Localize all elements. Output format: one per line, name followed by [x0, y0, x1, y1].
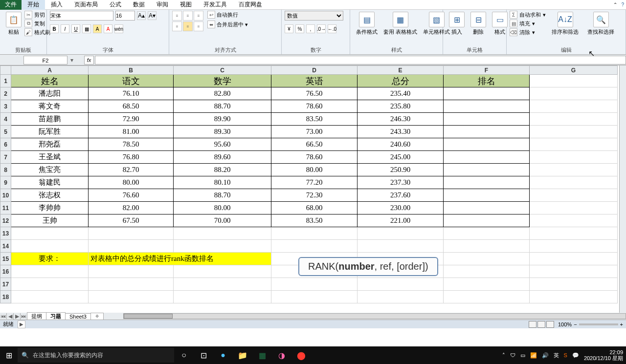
decrease-font-button[interactable]: A▾ — [148, 11, 156, 20]
inc-decimal-button[interactable]: .0→ — [317, 24, 326, 33]
ribbon-collapse-icon[interactable]: ⌃ — [611, 2, 619, 7]
app-edge-icon[interactable]: ● — [213, 346, 233, 364]
clear-button[interactable]: ⌫清除 ▾ — [510, 28, 546, 36]
fx-button[interactable]: fx — [84, 56, 94, 64]
currency-button[interactable]: ¥ — [285, 24, 293, 33]
menu-tab-review[interactable]: 审阅 — [151, 0, 174, 10]
menu-tab-pagelayout[interactable]: 页面布局 — [68, 0, 104, 10]
table-cell[interactable]: 李帅帅 — [11, 202, 89, 214]
requirement-text[interactable]: 对表格中的总分成绩进行rank函数排名 — [89, 253, 271, 265]
menu-tab-formulas[interactable]: 公式 — [104, 0, 127, 10]
paste-button[interactable]: 📋 粘贴 — [3, 11, 24, 37]
tray-volume-icon[interactable]: 🔊 — [542, 352, 549, 359]
sheet-tab-1[interactable]: 习题 — [46, 312, 66, 320]
app-explorer-icon[interactable]: 📁 — [233, 346, 252, 364]
conditional-format-button[interactable]: ▤条件格式 — [353, 11, 380, 37]
percent-button[interactable]: % — [295, 24, 304, 33]
menu-tab-home[interactable]: 开始 — [22, 0, 45, 10]
app-excel-icon[interactable]: ▦ — [252, 346, 272, 364]
table-cell[interactable]: 邢尧磊 — [11, 138, 89, 151]
sheet-nav-next[interactable]: ▶ — [14, 313, 21, 320]
dec-decimal-button[interactable]: ←.0 — [328, 24, 336, 33]
table-cell[interactable]: 潘志阳 — [11, 87, 89, 100]
fill-button[interactable]: ▤填充 ▾ — [510, 20, 546, 27]
sheet-tab-new[interactable]: ✧ — [90, 313, 104, 320]
tray-battery-icon[interactable]: ▭ — [520, 352, 525, 359]
table-cell[interactable]: 阮军胜 — [11, 126, 89, 138]
insert-cells-button[interactable]: ⊞插入 — [446, 11, 468, 37]
find-select-button[interactable]: 🔍查找和选择 — [584, 11, 617, 37]
header-cell[interactable]: 数学 — [174, 75, 271, 87]
table-cell[interactable]: 苗超鹏 — [11, 113, 89, 126]
border-button[interactable]: ▦ — [82, 24, 91, 33]
underline-button[interactable]: U — [71, 24, 80, 33]
header-cell[interactable]: 英语 — [271, 75, 358, 87]
taskbar-clock[interactable]: 22:09 2020/12/10 星期 — [584, 349, 623, 361]
menu-tab-dev[interactable]: 开发工具 — [198, 0, 233, 10]
comma-button[interactable]: , — [306, 24, 315, 33]
merge-center-button[interactable]: ⬌ 合并后居中 ▾ — [207, 21, 248, 28]
table-cell[interactable]: 焦宝亮 — [11, 164, 89, 176]
tray-wifi-icon[interactable]: 📶 — [530, 352, 537, 359]
table-cell[interactable]: 王圣斌 — [11, 151, 89, 164]
phonetic-button[interactable]: wén — [114, 24, 123, 33]
sheet-nav-last[interactable]: ⏭ — [21, 313, 27, 319]
table-cell[interactable]: 王帅 — [11, 214, 89, 227]
tray-chevron-icon[interactable]: ˄ — [502, 352, 505, 359]
tray-security-icon[interactable]: 🛡 — [510, 352, 515, 358]
cortana-icon[interactable]: ○ — [174, 346, 194, 364]
menu-tab-data[interactable]: 数据 — [127, 0, 151, 10]
view-pagebreak-button[interactable] — [546, 321, 554, 328]
macro-record-icon[interactable]: ▶ — [18, 321, 25, 328]
fill-color-button[interactable]: A — [93, 24, 102, 33]
font-color-button[interactable]: A — [104, 24, 112, 33]
italic-button[interactable]: I — [61, 24, 69, 33]
requirement-label[interactable]: 要求： — [11, 253, 89, 265]
number-format-select[interactable]: 数值 — [285, 11, 343, 21]
autosum-button[interactable]: Σ自动求和 ▾ — [510, 11, 546, 19]
sheet-tab-0[interactable]: 提纲 — [27, 312, 46, 320]
view-normal-button[interactable] — [529, 321, 537, 328]
table-cell[interactable]: 蒋文奇 — [11, 100, 89, 113]
menu-file[interactable]: 文件 — [0, 0, 22, 10]
vertical-scrollbar[interactable] — [619, 65, 626, 313]
header-cell[interactable]: 语文 — [89, 75, 174, 87]
tray-ime[interactable]: 英 — [554, 352, 559, 359]
increase-font-button[interactable]: A▴ — [137, 11, 146, 20]
table-cell[interactable]: 张志权 — [11, 189, 89, 202]
zoom-in-button[interactable]: + — [620, 321, 623, 327]
header-cell[interactable]: 总分 — [358, 75, 444, 87]
horizontal-scrollbar[interactable] — [123, 313, 626, 319]
sheet-nav-first[interactable]: ⏮ — [0, 313, 7, 319]
tray-notification-icon[interactable]: 💬 — [572, 352, 579, 359]
font-name-input[interactable] — [50, 11, 113, 21]
name-box[interactable]: F2 — [23, 56, 67, 64]
formula-input[interactable] — [95, 56, 626, 64]
namebox-dropdown-icon[interactable]: ▾ — [69, 57, 74, 64]
tray-sogou-icon[interactable]: S — [564, 352, 567, 358]
start-button[interactable]: ⊞ — [0, 346, 18, 364]
menu-tab-insert[interactable]: 插入 — [45, 0, 68, 10]
taskbar-search[interactable]: 🔍 在这里输入你要搜索的内容 — [18, 348, 174, 363]
header-cell[interactable]: 排名 — [444, 75, 530, 87]
app-recorder-icon[interactable]: ⬤ — [291, 346, 311, 364]
app-paint-icon[interactable]: ◑ — [272, 346, 291, 364]
sheet-nav-prev[interactable]: ◀ — [7, 313, 14, 320]
bold-button[interactable]: B — [50, 24, 59, 33]
sheet-tab-2[interactable]: Sheet3 — [65, 313, 91, 320]
zoom-slider[interactable] — [579, 323, 618, 325]
help-icon[interactable]: ? — [619, 2, 626, 7]
table-cell[interactable]: 翁建民 — [11, 176, 89, 189]
font-size-input[interactable] — [115, 11, 135, 21]
zoom-out-button[interactable]: − — [574, 321, 577, 327]
view-pagelayout-button[interactable] — [537, 321, 545, 328]
menu-tab-baidu[interactable]: 百度网盘 — [233, 0, 268, 10]
align-buttons[interactable]: ≡≡≡ ≡≡≡ — [172, 11, 203, 31]
header-cell[interactable]: 姓名 — [11, 75, 89, 87]
sort-filter-button[interactable]: A↓Z排序和筛选 — [549, 11, 581, 37]
delete-cells-button[interactable]: ⊟删除 — [468, 11, 489, 37]
menu-tab-view[interactable]: 视图 — [174, 0, 198, 10]
task-view-icon[interactable]: ⊡ — [194, 346, 213, 364]
wrap-text-button[interactable]: ↩ 自动换行 — [207, 11, 248, 19]
format-as-table-button[interactable]: ▦套用 表格格式 — [380, 11, 420, 37]
